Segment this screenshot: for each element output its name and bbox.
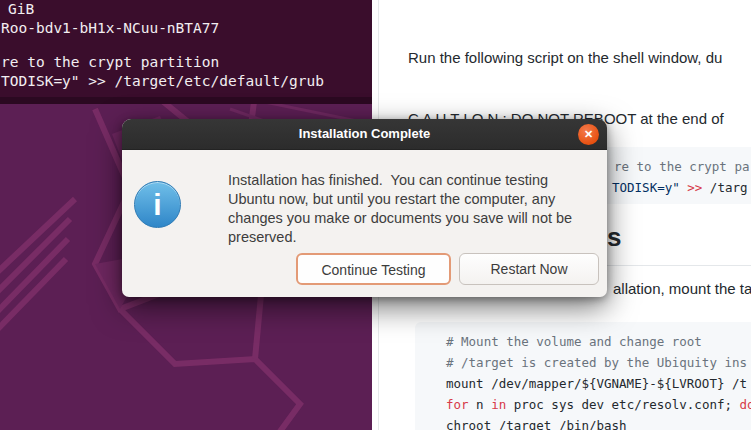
code-keyword: in xyxy=(491,397,506,412)
close-button[interactable]: ✕ xyxy=(578,124,599,145)
code-operator: >> xyxy=(687,180,702,195)
paragraph-mount-target: allation, mount the ta xyxy=(613,277,751,300)
code-line: for n in proc sys dev etc/resolv.conf; d… xyxy=(446,394,751,415)
terminal-line: TODISK=y" >> /target/etc/default/grub xyxy=(1,73,324,90)
info-icon: i xyxy=(134,181,181,228)
terminal-line: Roo-bdv1-bH1x-NCuu-nBTA77 xyxy=(1,20,219,37)
code-comment: re to the crypt pa xyxy=(614,156,749,177)
restart-now-button[interactable]: Restart Now xyxy=(459,253,599,285)
installation-complete-dialog: Installation Complete ✕ i Installation h… xyxy=(122,119,607,297)
terminal-window[interactable]: GiB Roo-bdv1-bH1x-NCuu-nBTA77 re to the … xyxy=(0,0,372,97)
code-keyword: do xyxy=(740,397,751,412)
code-text: /targ xyxy=(702,180,747,195)
dialog-message-line: Installation has finished. You can conti… xyxy=(228,171,548,190)
code-text: n xyxy=(469,397,492,412)
dialog-message-line: changes you make or documents you save w… xyxy=(228,209,572,228)
code-comment: # /target is created by the Ubiquity ins xyxy=(446,352,747,373)
code-comment: # Mount the volume and change root xyxy=(446,331,702,352)
dialog-message-line: preserved. xyxy=(228,228,297,247)
code-block-mount: # Mount the volume and change root # /ta… xyxy=(415,322,751,430)
section-heading-fragment: s xyxy=(607,224,621,250)
code-line: mount /dev/mapper/${VGNAME}-${LVROOT} /t xyxy=(446,373,747,394)
dialog-titlebar[interactable]: Installation Complete ✕ xyxy=(122,119,607,150)
dialog-message-line: Ubuntu now, but until you restart the co… xyxy=(228,190,555,209)
code-line: TODISK=y" >> /targ xyxy=(612,177,747,198)
code-string: TODISK=y" xyxy=(612,180,687,195)
code-keyword: for xyxy=(446,397,469,412)
code-text: proc sys dev etc/resolv.conf; xyxy=(506,397,739,412)
continue-testing-button[interactable]: Continue Testing xyxy=(296,253,451,285)
info-icon-glyph: i xyxy=(153,188,161,221)
code-line: chroot /target /bin/bash xyxy=(446,415,627,430)
dialog-title: Installation Complete xyxy=(122,119,607,149)
terminal-line: GiB xyxy=(8,1,34,18)
terminal-line: re to the crypt partition xyxy=(1,54,219,71)
terminal-window-edge xyxy=(0,97,372,104)
close-icon: ✕ xyxy=(584,128,593,140)
